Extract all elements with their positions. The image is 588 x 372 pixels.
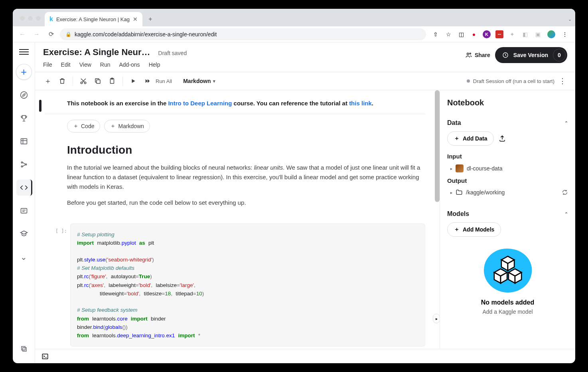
menu-help[interactable]: Help <box>149 61 160 68</box>
svg-rect-23 <box>42 354 48 359</box>
reload-button[interactable]: ⟳ <box>45 29 57 40</box>
console-bar[interactable] <box>35 349 575 363</box>
svg-marker-21 <box>146 79 148 83</box>
code-cell[interactable]: [ ]: # Setup plotting import matplotlib.… <box>48 224 425 346</box>
svg-point-6 <box>21 166 22 167</box>
svg-rect-2 <box>21 139 27 144</box>
svg-point-5 <box>21 162 22 163</box>
bookmark-star-icon[interactable]: ☆ <box>444 30 452 38</box>
cubes-icon <box>484 249 532 293</box>
url-input[interactable]: 🔒 kaggle.com/code/addabirnir/exercise-a-… <box>60 28 426 40</box>
extension-k-icon[interactable]: K <box>483 30 491 38</box>
window-controls <box>16 16 45 26</box>
collapse-sidebar-button[interactable]: ▸ <box>433 314 440 323</box>
discussions-icon[interactable] <box>16 203 32 219</box>
scrollbar[interactable] <box>435 90 440 202</box>
svg-rect-12 <box>23 348 26 351</box>
right-sidebar: Notebook Data ⌃ ＋ Add Data Input ▸ dl-co… <box>440 90 575 349</box>
menu-run[interactable]: Run <box>100 61 110 68</box>
create-button[interactable]: + <box>16 64 32 80</box>
delete-cell-icon[interactable] <box>56 75 69 87</box>
svg-rect-17 <box>97 80 100 83</box>
console-icon <box>41 353 49 360</box>
browser-tab-strip: k Exercise: A Single Neuron | Kag ✕ + ⌄ <box>13 9 575 26</box>
side-panel-icon[interactable]: ▣ <box>534 30 542 38</box>
fast-forward-icon[interactable] <box>141 75 154 87</box>
share-icon[interactable]: ⇧ <box>432 30 440 38</box>
input-dataset-item[interactable]: ▸ dl-course-data <box>447 161 568 176</box>
browser-menu-icon[interactable]: ⋮ <box>561 30 569 38</box>
back-button[interactable]: ← <box>17 29 28 40</box>
menu-addons[interactable]: Add-ons <box>119 61 140 68</box>
markdown-cell[interactable]: This notebook is an exercise in the Intr… <box>45 100 425 114</box>
run-all-button[interactable]: Run All <box>156 78 172 84</box>
extensions-menu-icon[interactable]: ✦ <box>508 30 516 38</box>
tutorial-link[interactable]: this link <box>349 100 372 107</box>
profile-avatar[interactable] <box>547 30 556 39</box>
refresh-icon[interactable] <box>562 189 568 196</box>
menu-file[interactable]: File <box>43 61 52 68</box>
expand-more-icon[interactable]: ⌄ <box>16 249 32 265</box>
notebook-editor[interactable]: This notebook is an exercise in the Intr… <box>35 90 440 349</box>
sidebar-title: Notebook <box>447 98 568 107</box>
folder-icon <box>456 189 463 196</box>
data-section-header[interactable]: Data ⌃ <box>447 115 568 131</box>
svg-marker-22 <box>148 79 150 83</box>
notebook-title[interactable]: Exercise: A Single Neur… <box>43 47 150 57</box>
svg-rect-8 <box>21 208 27 213</box>
more-options-icon[interactable]: ⋮ <box>556 75 569 87</box>
models-icon[interactable] <box>16 156 32 172</box>
add-code-button[interactable]: ＋ Code <box>67 120 100 133</box>
new-tab-button[interactable]: + <box>145 14 156 25</box>
output-folder-item[interactable]: ▸ /kaggle/working <box>447 186 568 199</box>
extension-notion-icon[interactable]: ◫ <box>457 30 465 38</box>
cell-prompt: [ ]: <box>48 224 67 346</box>
tab-list-dropdown[interactable]: ⌄ <box>564 14 575 25</box>
add-cell-icon[interactable]: ＋ <box>41 75 54 87</box>
menu-view[interactable]: View <box>79 61 91 68</box>
trophy-icon[interactable] <box>16 110 32 126</box>
menu-edit[interactable]: Edit <box>61 61 71 68</box>
save-version-button[interactable]: Save Version 0 <box>495 47 567 63</box>
cell-type-selector[interactable]: Markdown ▾ <box>180 78 219 84</box>
learn-icon[interactable] <box>16 226 32 242</box>
copy-icon[interactable] <box>91 75 104 87</box>
svg-marker-20 <box>132 79 135 83</box>
browser-extensions: ⇧ ☆ ◫ ● K ••• ✦ ◧ ▣ ⋮ <box>429 30 571 39</box>
url-text: kaggle.com/code/addabirnir/exercise-a-si… <box>75 31 217 38</box>
models-section-header[interactable]: Models ⌃ <box>447 206 568 222</box>
save-status: Draft saved <box>158 50 187 56</box>
menu-toggle[interactable] <box>19 47 29 57</box>
close-window[interactable] <box>20 16 25 21</box>
share-button[interactable]: Share <box>465 51 490 59</box>
datasets-icon[interactable] <box>16 133 32 149</box>
lock-icon: 🔒 <box>65 32 71 37</box>
run-icon[interactable] <box>127 75 140 87</box>
code-content[interactable]: # Setup plotting import matplotlib.pyplo… <box>70 224 425 346</box>
collapse-icon[interactable] <box>16 341 32 357</box>
maximize-window[interactable] <box>36 16 41 21</box>
paste-icon[interactable] <box>106 75 118 87</box>
extension-grey-icon[interactable]: ◧ <box>521 30 529 38</box>
browser-tab[interactable]: k Exercise: A Single Neuron | Kag ✕ <box>45 12 142 26</box>
cut-icon[interactable] <box>77 75 90 87</box>
add-data-button[interactable]: ＋ Add Data <box>447 131 494 146</box>
dataset-icon <box>456 164 464 172</box>
caret-right-icon: ▸ <box>450 166 452 171</box>
forward-button[interactable]: → <box>31 29 42 40</box>
code-icon[interactable] <box>16 180 32 196</box>
add-markdown-button[interactable]: ＋ Markdown <box>104 120 150 133</box>
svg-point-7 <box>25 164 26 165</box>
output-label: Output <box>447 176 568 186</box>
compass-icon[interactable] <box>16 87 32 103</box>
upload-icon[interactable] <box>499 135 506 142</box>
no-models-placeholder: No models added Add a Kaggle model <box>447 237 568 327</box>
add-models-button[interactable]: ＋ Add Models <box>447 222 501 237</box>
close-tab-icon[interactable]: ✕ <box>133 16 138 22</box>
extension-lastpass-icon[interactable]: ••• <box>495 30 503 38</box>
minimize-window[interactable] <box>28 16 33 21</box>
extension-pinterest-icon[interactable]: ● <box>470 30 478 38</box>
markdown-cell[interactable]: Introduction In the tutorial we learned … <box>45 136 425 214</box>
course-link[interactable]: Intro to Deep Learning <box>168 100 232 107</box>
session-status[interactable]: Draft Session off (run a cell to start) <box>467 78 554 84</box>
